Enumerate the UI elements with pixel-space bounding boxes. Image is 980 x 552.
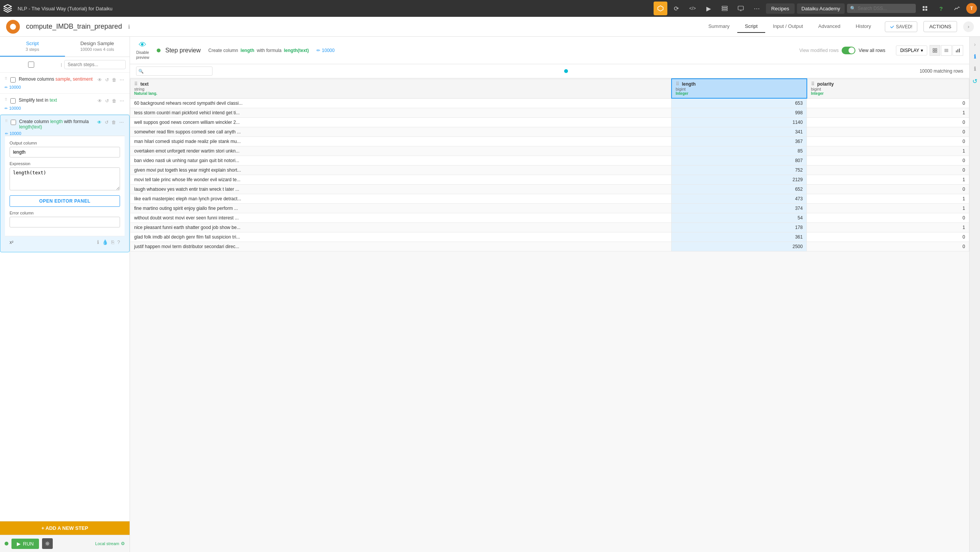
step-3-eye-icon[interactable]: 👁 [96,119,102,126]
col-header-length[interactable]: ⠿ length bigint Integer [672,79,807,98]
nav-monitor-icon[interactable] [734,2,748,15]
tab-script[interactable]: Script [737,20,765,33]
open-editor-button[interactable]: OPEN EDITOR PANEL [10,195,120,207]
step-2-checkbox[interactable] [10,98,16,104]
nav-more-icon[interactable]: ⋯ [750,2,764,15]
drag-handle-3[interactable]: ⠿ [5,119,8,123]
run-button[interactable]: ▶ RUN [11,539,39,549]
step-1-refresh-icon[interactable]: ↺ [104,76,110,83]
steps-search-input[interactable] [64,60,126,69]
cell-length: 998 [672,108,807,118]
info-icon[interactable]: ℹ [128,24,130,30]
error-column-input[interactable] [10,217,120,227]
tab-summary[interactable]: Summary [701,20,737,33]
local-stream-label: Local stream ⚙ [95,541,125,546]
cell-text: somewher read film suppos comedi see cal… [130,127,672,137]
search-input[interactable] [847,4,916,13]
table-search-input[interactable] [136,67,213,76]
col-header-text[interactable]: ⠿ text string Natural lang. [130,79,672,98]
tab-history[interactable]: History [848,20,879,33]
cell-text: nice pleasant funni earth shatter good j… [130,223,672,232]
footer-help-icon[interactable]: ? [117,239,120,245]
view-toggle-section: View modified rows View all rows [799,47,885,54]
help-icon[interactable]: ? [934,2,948,15]
disable-preview-button[interactable]: Disablepreview [136,50,149,60]
matching-rows-count: 10000 matching rows [920,68,963,74]
step-item-2[interactable]: ⠿ Simplify text in text 👁 ↺ 🗑 ⋯ [0,94,130,115]
preview-description: Create column length with formula length… [208,48,309,53]
right-panel-expand-icon[interactable]: › [970,40,980,49]
nav-sync-icon[interactable]: ⟳ [670,2,683,15]
step-3-more-icon[interactable]: ⋯ [118,119,125,126]
grid-view-button[interactable] [930,45,940,56]
svg-rect-15 [935,51,937,52]
table-row: justif happen movi term distributor seco… [130,242,969,252]
sidebar-collapse-button[interactable]: › [963,21,974,32]
right-panel-info-icon[interactable]: ℹ [970,52,980,61]
step-2-trash-icon[interactable]: 🗑 [111,97,117,104]
drag-handle-1[interactable]: ⠿ [5,76,7,81]
expression-textarea[interactable]: length(text) [10,167,120,190]
nav-play-icon[interactable]: ▶ [702,2,716,15]
app-title: NLP - The Visual Way (Tutorial) for Data… [18,6,651,11]
step-2-more-icon[interactable]: ⋯ [119,97,125,104]
tab-advanced[interactable]: Advanced [811,20,848,33]
recipes-button[interactable]: Recipes [766,3,795,14]
step-1-trash-icon[interactable]: 🗑 [111,76,117,83]
step-1-checkbox[interactable] [10,77,16,83]
avatar[interactable]: T [966,3,977,14]
step-3-refresh-icon[interactable]: ↺ [104,119,109,126]
nav-recipes-icon[interactable] [654,2,667,15]
cell-length: 2500 [672,242,807,252]
grid-icon[interactable] [918,2,932,15]
nav-code-icon[interactable]: </> [686,2,699,15]
chart-view-button[interactable] [952,45,963,56]
tab-input-output[interactable]: Input / Output [765,20,811,33]
step-item-3[interactable]: ⠿ Create column length with formula leng… [0,115,130,252]
step-2-title: Simplify text in text [19,97,94,103]
step-1-more-icon[interactable]: ⋯ [119,76,125,83]
cell-length: 178 [672,223,807,232]
step-3-checkbox[interactable] [11,120,16,125]
right-panel-info2-icon[interactable]: ℹ [970,64,980,73]
academy-button[interactable]: Dataiku Academy [797,3,845,14]
saved-button[interactable]: SAVED! [885,21,917,32]
table-row: like earli masterpiec eleph man lynch pr… [130,194,969,204]
step-2-count: ✏10000 [5,106,125,110]
footer-info-icon[interactable]: ℹ [97,239,99,245]
list-view-button[interactable] [941,45,952,56]
drag-handle-2[interactable]: ⠿ [5,97,7,102]
view-toggle-switch[interactable] [842,47,855,54]
footer-copy-icon[interactable]: ⎘ [111,239,114,245]
tab-script-left[interactable]: Script 3 steps [0,37,65,57]
run-settings-button[interactable] [42,538,53,549]
gear-icon[interactable]: ⚙ [121,541,125,546]
preview-eye-icon[interactable]: 👁 [139,41,146,49]
cell-text: 60 background rehears record sympathi de… [130,98,672,108]
step-2-refresh-icon[interactable]: ↺ [104,97,110,104]
right-panel-sync-icon[interactable]: ↺ [970,76,980,86]
data-table-wrap[interactable]: ⠿ text string Natural lang. ⠿ length big… [130,78,969,552]
footer-droplet-icon[interactable]: 💧 [102,239,108,245]
table-row: nice pleasant funni earth shatter good j… [130,223,969,232]
step-2-eye-icon[interactable]: 👁 [97,97,103,104]
output-column-input[interactable] [10,147,120,157]
actions-button[interactable]: ACTIONS [923,21,957,32]
left-bottom-section: + ADD A NEW STEP ▶ RUN Local stream ⚙ [0,521,130,552]
step-item-1[interactable]: ⠿ Remove columns sample, sentiment 👁 ↺ 🗑… [0,73,130,94]
table-search-icon: 🔍 [138,69,144,74]
select-all-checkbox[interactable] [4,62,58,68]
col-header-polarity[interactable]: ⠿ polarity bigint Integer [807,79,969,98]
tab-design-sample[interactable]: Design Sample 10000 rows 4 cols [65,37,130,57]
step-1-eye-icon[interactable]: 👁 [97,76,103,83]
nav-pipeline-icon[interactable] [718,2,732,15]
step-3-trash-icon[interactable]: 🗑 [111,119,117,126]
svg-rect-19 [956,50,957,52]
drag-handle-col-text: ⠿ [134,81,138,87]
display-button[interactable]: DISPLAY ▾ [896,45,927,55]
cell-text: man hilari comedi stupid made realiz pil… [130,137,672,146]
preview-edit-link[interactable]: ✏ 10000 [316,48,334,53]
trends-icon[interactable] [950,2,964,15]
cell-text: well suppos good news concern william wi… [130,118,672,127]
add-step-button[interactable]: + ADD A NEW STEP [0,521,130,535]
